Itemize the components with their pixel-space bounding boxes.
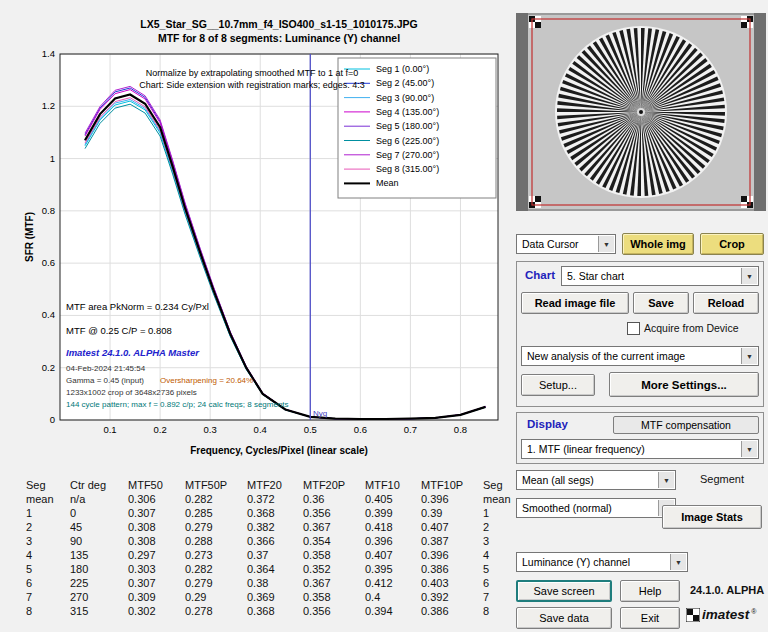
- y-tick-label: 1.4: [42, 48, 55, 59]
- chevron-down-icon: ▼: [598, 236, 614, 252]
- legend-label: Mean: [376, 178, 399, 188]
- table-cell: 0.39: [419, 506, 481, 520]
- smoothing-value: Smoothed (normal): [522, 502, 612, 514]
- exit-button[interactable]: Exit: [620, 607, 680, 629]
- registration-mark: [741, 16, 753, 28]
- table-row: 62250.3070.2790.380.3670.4120.4036: [24, 576, 521, 590]
- mtf-area-stat: MTF area PkNorm = 0.234 Cy/Pxl: [66, 301, 209, 312]
- table-cell: 0.367: [301, 576, 363, 590]
- table-header-cell: MTF50: [126, 478, 183, 492]
- table-cell: 180: [68, 562, 126, 576]
- table-cell: mean: [24, 492, 68, 506]
- acquire-from-device-checkbox[interactable]: [627, 322, 640, 335]
- chart-panel: Chart 5. Star chart ▼ Read image file Sa…: [516, 261, 764, 407]
- table-cell: 0.352: [301, 562, 363, 576]
- x-tick-label: 0.8: [454, 424, 467, 435]
- setup-button[interactable]: Setup...: [521, 374, 595, 396]
- data-cursor-select[interactable]: Data Cursor ▼: [516, 234, 616, 254]
- table-cell: 4: [481, 548, 521, 562]
- table-row: meann/a0.3060.2820.3720.360.4050.396mean: [24, 492, 521, 506]
- display-mode-value: 1. MTF (linear frequency): [527, 443, 645, 455]
- display-panel-label: Display: [527, 418, 568, 430]
- save-data-button[interactable]: Save data: [516, 607, 612, 629]
- mtf-results-table: SegCtr degMTF50MTF50PMTF20MTF20PMTF10MTF…: [24, 478, 514, 618]
- save-button[interactable]: Save: [633, 292, 689, 314]
- x-tick-label: 0.2: [154, 424, 167, 435]
- table-cell: 0.386: [419, 604, 481, 618]
- table-cell: 0.405: [363, 492, 419, 506]
- acquire-from-device-label: Acquire from Device: [644, 322, 739, 334]
- table-cell: 0.368: [245, 604, 301, 618]
- star-chart-image: [516, 13, 766, 211]
- table-cell: 0.396: [419, 492, 481, 506]
- table-cell: 0.418: [363, 520, 419, 534]
- y-tick-label: 0.8: [42, 205, 55, 216]
- more-settings-button[interactable]: More Settings...: [609, 372, 759, 397]
- y-tick-label: 1.2: [42, 100, 55, 111]
- legend-label: Seg 2 (45.00°): [376, 78, 434, 88]
- table-cell: 0.369: [245, 590, 301, 604]
- table-cell: 0.307: [126, 506, 183, 520]
- table-header-cell: MTF10P: [419, 478, 481, 492]
- read-image-file-button[interactable]: Read image file: [521, 292, 629, 314]
- table-cell: 0.302: [126, 604, 183, 618]
- y-axis-label: SFR (MTF): [24, 212, 35, 262]
- table-cell: 0.297: [126, 548, 183, 562]
- imatest-logo: imatest ®: [686, 608, 756, 622]
- x-tick-label: 0.5: [304, 424, 317, 435]
- x-tick-label: 0.7: [404, 424, 417, 435]
- table-cell: 0.273: [183, 548, 245, 562]
- table-cell: mean: [481, 492, 521, 506]
- thumb-left-band: [516, 13, 528, 211]
- chevron-down-icon: ▼: [658, 472, 674, 488]
- legend-label: Seg 3 (90.00°): [376, 93, 434, 103]
- table-header-cell: MTF10: [363, 478, 419, 492]
- table-cell: 7: [481, 590, 521, 604]
- table-row: 72700.3090.290.3690.3580.40.3927: [24, 590, 521, 604]
- table-cell: 0.37: [245, 548, 301, 562]
- y-tick-label: 0.6: [42, 257, 55, 268]
- imatest-flag-icon: [686, 608, 700, 622]
- table-cell: 0.279: [183, 576, 245, 590]
- table-row: 51800.3030.2820.3640.3520.3950.3865: [24, 562, 521, 576]
- normalize-note: Normalize by extrapolating smoothed MTF …: [146, 68, 358, 78]
- version-text: 24.1.0. ALPHA: [690, 584, 764, 596]
- chart-type-select[interactable]: 5. Star chart ▼: [561, 266, 759, 286]
- legend-label: Seg 4 (135.00°): [376, 107, 439, 117]
- imatest-logo-reg: ®: [751, 608, 756, 616]
- figure-title-filename: LX5_Star_SG__10.7mm_f4_ISO400_s1-15_1010…: [140, 18, 417, 30]
- table-cell: n/a: [68, 492, 126, 506]
- table-cell: 1: [24, 506, 68, 520]
- table-row: 100.3070.2850.3680.3560.3990.391: [24, 506, 521, 520]
- table-cell: 45: [68, 520, 126, 534]
- crop-button[interactable]: Crop: [700, 233, 764, 255]
- table-cell: 0.288: [183, 534, 245, 548]
- mtf-compensation-button[interactable]: MTF compensation: [613, 416, 759, 434]
- save-screen-button[interactable]: Save screen: [516, 580, 612, 602]
- legend-label: Seg 6 (225.00°): [376, 136, 439, 146]
- table-cell: 8: [481, 604, 521, 618]
- imatest-logo-text: imatest: [702, 608, 749, 622]
- star-center-dot: [639, 110, 643, 114]
- analysis-mode-select[interactable]: New analysis of the current image ▼: [521, 346, 759, 366]
- image-stats-button[interactable]: Image Stats: [662, 505, 762, 529]
- table-header-cell: Seg: [481, 478, 521, 492]
- segment-select[interactable]: Mean (all segs) ▼: [516, 470, 676, 490]
- help-button[interactable]: Help: [620, 580, 680, 602]
- table-cell: 0.387: [419, 534, 481, 548]
- channel-select[interactable]: Luminance (Y) channel ▼: [516, 552, 688, 572]
- reload-button[interactable]: Reload: [693, 292, 759, 314]
- table-cell: 225: [68, 576, 126, 590]
- table-cell: 0.308: [126, 520, 183, 534]
- table-row: 3900.3080.2880.3660.3540.3960.3873: [24, 534, 521, 548]
- table-row: 83150.3020.2780.3680.3560.3940.3868: [24, 604, 521, 618]
- table-cell: 90: [68, 534, 126, 548]
- smoothing-select[interactable]: Smoothed (normal) ▼: [516, 498, 676, 518]
- registration-mark: [741, 196, 753, 208]
- table-cell: 0.412: [363, 576, 419, 590]
- display-mode-select[interactable]: 1. MTF (linear frequency) ▼: [521, 439, 759, 459]
- whole-img-button[interactable]: Whole img: [622, 233, 694, 255]
- chevron-down-icon: ▼: [670, 554, 686, 570]
- table-cell: 0.368: [245, 506, 301, 520]
- star-chart-thumbnail[interactable]: [516, 13, 766, 215]
